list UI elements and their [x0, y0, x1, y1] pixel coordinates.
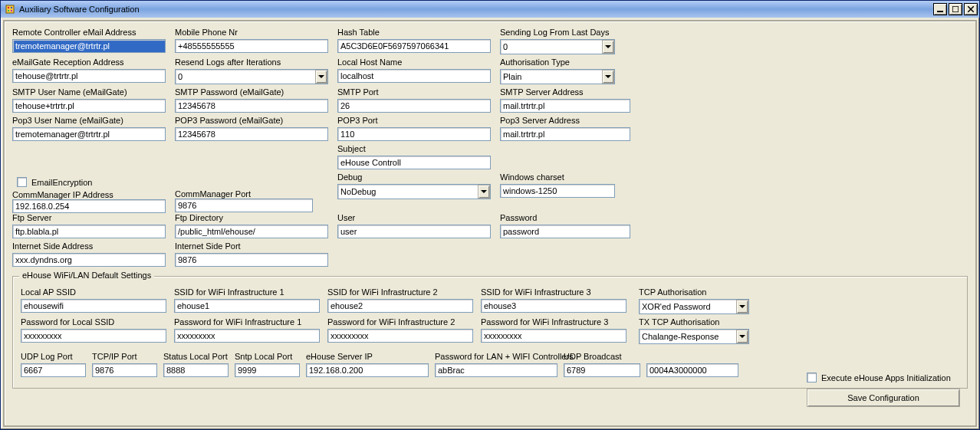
- label-inet-port: Internet Side Port: [175, 241, 328, 252]
- right-action-panel: Execute eHouse Apps Initialization Save …: [807, 373, 960, 407]
- subject-input[interactable]: [337, 156, 491, 169]
- maximize-button[interactable]: [949, 3, 962, 15]
- pass2-input[interactable]: [327, 329, 473, 343]
- label-auth-type: Authorisation Type: [500, 57, 653, 68]
- label-pass3: Password for WiFi Infrastructure 3: [481, 317, 626, 328]
- mac-prefix-input[interactable]: [646, 363, 738, 377]
- label-pop3-user: Pop3 User Name (eMailGate): [12, 116, 166, 126]
- user-input[interactable]: [337, 225, 491, 238]
- udp-log-input[interactable]: [21, 363, 86, 377]
- remote-email-input[interactable]: [12, 39, 166, 53]
- label-sntp-port: Sntp Local Port: [235, 352, 300, 363]
- label-pass1: Password for WiFi Infrastructure 1: [174, 317, 320, 328]
- smtp-user-input[interactable]: [12, 99, 166, 113]
- pop3-port-input[interactable]: [337, 127, 491, 141]
- label-smtp-pass: SMTP Password (eMailGate): [175, 87, 328, 98]
- label-status-port: Status Local Port: [163, 352, 229, 363]
- svg-rect-4: [11, 10, 12, 11]
- auth-type-select[interactable]: [500, 69, 615, 84]
- ftp-server-input[interactable]: [12, 225, 166, 238]
- label-emailgate-recv: eMailGate Reception Address: [12, 57, 166, 68]
- exec-init-checkbox[interactable]: [807, 373, 817, 382]
- chevron-down-icon[interactable]: [736, 330, 748, 343]
- label-remote-email: Remote Controller eMail Address: [12, 28, 166, 38]
- tcpip-port-input[interactable]: [92, 363, 157, 377]
- status-port-input[interactable]: [163, 363, 229, 377]
- label-ssid2: SSID for WiFi Infrastructure 2: [327, 287, 473, 298]
- label-mobile: Mobile Phone Nr: [175, 28, 328, 38]
- window-title: Auxiliary Software Configuration: [19, 5, 933, 14]
- label-pop3-pass: POP3 Password (eMailGate): [175, 116, 328, 126]
- label-ftp-server: Ftp Server: [12, 213, 166, 224]
- label-pop3-port: POP3 Port: [337, 116, 491, 126]
- pass-lan-input[interactable]: [435, 363, 557, 377]
- mobile-input[interactable]: [175, 39, 328, 53]
- password-input[interactable]: [500, 225, 630, 238]
- chevron-down-icon[interactable]: [736, 300, 748, 313]
- label-pop3-server: Pop3 Server Address: [500, 116, 653, 126]
- ssid2-input[interactable]: [327, 299, 473, 313]
- local-ssid-input[interactable]: [21, 299, 166, 313]
- tx-tcp-auth-select[interactable]: [639, 329, 749, 344]
- pop3-server-input[interactable]: [500, 127, 630, 141]
- label-smtp-port: SMTP Port: [337, 87, 491, 98]
- ssid1-input[interactable]: [174, 299, 320, 313]
- chevron-down-icon[interactable]: [315, 70, 327, 84]
- win-charset-input[interactable]: [500, 184, 615, 198]
- label-tx-tcp-auth: TX TCP Authorisation: [639, 317, 749, 328]
- app-icon: [4, 3, 16, 15]
- cm-port-input[interactable]: [175, 199, 313, 212]
- smtp-pass-input[interactable]: [175, 99, 328, 113]
- label-udp-log: UDP Log Port: [21, 352, 86, 363]
- save-config-button[interactable]: Save Configuration: [807, 389, 960, 407]
- emailgate-recv-input[interactable]: [12, 69, 166, 83]
- label-exec-init: Execute eHouse Apps Initialization: [821, 373, 951, 382]
- pass-local-input[interactable]: [21, 329, 166, 343]
- ehouse-ip-input[interactable]: [306, 363, 429, 377]
- label-ehouse-ip: eHouse Server IP: [306, 352, 429, 363]
- email-encryption-checkbox[interactable]: [17, 177, 27, 187]
- udp-bcast-input[interactable]: [564, 363, 640, 377]
- pass1-input[interactable]: [174, 329, 320, 343]
- sntp-port-input[interactable]: [235, 363, 300, 377]
- label-email-encryption: EmailEncryption: [31, 178, 92, 187]
- label-pass-local: Password for Local SSID: [21, 317, 166, 328]
- pop3-pass-input[interactable]: [175, 127, 328, 141]
- svg-rect-5: [937, 11, 943, 12]
- svg-rect-0: [6, 5, 14, 13]
- resend-iter-select[interactable]: [175, 69, 328, 84]
- debug-select[interactable]: [337, 184, 491, 199]
- chevron-down-icon[interactable]: [478, 185, 490, 199]
- pass3-input[interactable]: [481, 329, 626, 343]
- label-local-host: Local Host Name: [337, 57, 491, 68]
- label-pass-lan: Password for LAN + WIFI Controllers: [435, 352, 557, 363]
- config-window: Auxiliary Software Configuration Remote …: [0, 0, 980, 430]
- cm-ip-input[interactable]: [12, 199, 166, 213]
- chevron-down-icon[interactable]: [602, 70, 614, 84]
- inet-addr-input[interactable]: [12, 253, 166, 267]
- pop3-user-input[interactable]: [12, 127, 166, 141]
- minimize-button[interactable]: [933, 3, 947, 15]
- smtp-port-input[interactable]: [337, 99, 491, 113]
- local-host-input[interactable]: [337, 69, 491, 83]
- wifi-lan-legend: eHouse WiFi/LAN Default Settings: [19, 271, 154, 280]
- inet-port-input[interactable]: [175, 253, 328, 267]
- svg-rect-1: [8, 7, 9, 8]
- ftp-dir-input[interactable]: [175, 225, 328, 238]
- label-tcp-auth: TCP Authorisation: [639, 287, 749, 298]
- chevron-down-icon[interactable]: [602, 40, 614, 54]
- ssid3-input[interactable]: [481, 299, 626, 313]
- close-button[interactable]: [964, 3, 978, 15]
- label-password: Password: [500, 213, 653, 224]
- label-debug: Debug: [337, 172, 491, 183]
- label-smtp-server: SMTP Server Address: [500, 87, 653, 98]
- label-resend-iter: Resend Logs after Iterations: [175, 57, 328, 68]
- tcp-auth-select[interactable]: [639, 299, 749, 314]
- send-log-days-select[interactable]: [500, 39, 615, 54]
- svg-rect-3: [8, 10, 9, 11]
- label-win-charset: Windows charset: [500, 172, 653, 183]
- label-ftp-dir: Ftp Directory: [175, 213, 328, 224]
- smtp-server-input[interactable]: [500, 99, 630, 113]
- label-hash: Hash Table: [337, 28, 491, 38]
- hash-input[interactable]: [337, 39, 491, 53]
